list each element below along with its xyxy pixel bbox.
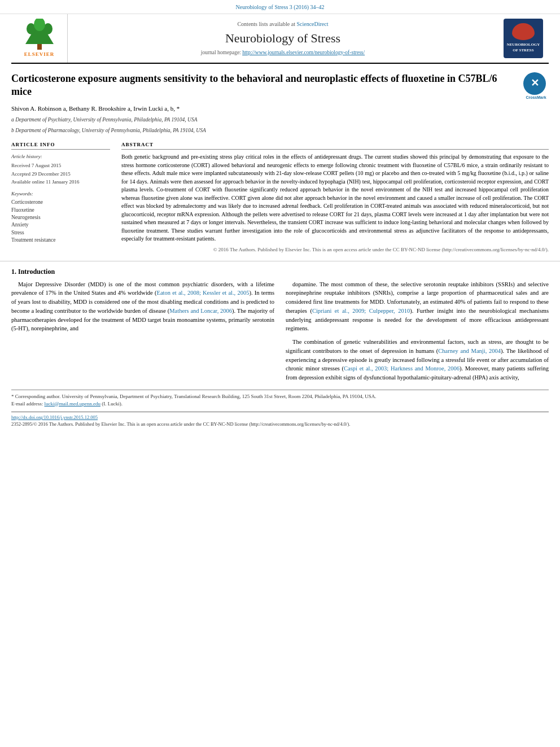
- journal-title-header: Neurobiology of Stress: [225, 30, 340, 47]
- keyword-1: Corticosterone: [11, 199, 110, 206]
- journal-logo-text: NEUROBIOLOGY OF STRESS: [506, 42, 541, 54]
- email-link[interactable]: lucki@mail.med.upenn.edu: [44, 401, 100, 407]
- authors-line: Shivon A. Robinson a, Bethany R. Brooksh…: [11, 104, 549, 113]
- footnote-section: * Corresponding author. University of Pe…: [11, 390, 549, 407]
- keyword-6: Treatment resistance: [11, 237, 110, 244]
- article-title: Corticosterone exposure augments sensiti…: [11, 72, 549, 99]
- history-label: Article history:: [11, 153, 110, 160]
- intro-heading: 1. Introduction: [11, 267, 549, 277]
- keyword-3: Neurogenesis: [11, 214, 110, 221]
- abstract-text: Both genetic background and pre-existing…: [121, 153, 549, 254]
- page-footer: http://dx.doi.org/10.1016/j.ynstr.2015.1…: [11, 412, 549, 428]
- article-info-label: ARTICLE INFO: [11, 141, 110, 150]
- contents-line: Contents lists available at ScienceDirec…: [237, 20, 328, 28]
- main-body: 1. Introduction Major Depressive Disorde…: [11, 267, 549, 387]
- elsevier-logo: ELSEVIER: [11, 14, 68, 63]
- ref-cipriani[interactable]: Cipriani et al., 2009; Culpepper, 2010: [312, 308, 410, 314]
- journal-homepage: journal homepage: http://www.journals.el…: [201, 49, 365, 56]
- body-left-para1: Major Depressive Disorder (MDD) is one o…: [11, 280, 274, 334]
- ref-charney[interactable]: Charney and Manji, 2004: [438, 348, 501, 354]
- affiliation-a: a Department of Psychiatry, University o…: [11, 116, 549, 124]
- body-two-col: Major Depressive Disorder (MDD) is one o…: [11, 280, 549, 387]
- citation-text: Neurobiology of Stress 3 (2016) 34–42: [236, 4, 325, 10]
- right-col-abstract: ABSTRACT Both genetic background and pre…: [121, 141, 549, 256]
- keyword-4: Anxiety: [11, 221, 110, 229]
- keyword-2: Fluoxetine: [11, 207, 110, 214]
- crossmark-badge: ✕ CrossMark: [523, 72, 549, 98]
- body-right-col: dopamine. The most common of these, the …: [286, 280, 549, 387]
- page-wrapper: Neurobiology of Stress 3 (2016) 34–42 EL…: [0, 0, 560, 428]
- abstract-label: ABSTRACT: [121, 141, 549, 150]
- sciencedirect-link[interactable]: ScienceDirect: [296, 21, 328, 27]
- article-section: Corticosterone exposure augments sensiti…: [11, 64, 549, 141]
- affiliation-b: b Department of Pharmacology, University…: [11, 127, 549, 134]
- doi-link[interactable]: http://dx.doi.org/10.1016/j.ynstr.2015.1…: [11, 414, 98, 420]
- brain-icon: [512, 23, 535, 40]
- body-right-para1: dopamine. The most common of these, the …: [286, 280, 549, 334]
- ref-eaton[interactable]: Eaton et al., 2008; Kessler et al., 2005: [156, 290, 249, 296]
- journal-logo-box: NEUROBIOLOGY OF STRESS: [504, 19, 543, 58]
- body-right-para2: The combination of genetic vulnerabiliti…: [286, 338, 549, 382]
- article-info-abstract: ARTICLE INFO Article history: Received 7…: [11, 141, 549, 256]
- available-date: Available online 11 January 2016: [11, 178, 110, 186]
- journal-center: Contents lists available at ScienceDirec…: [68, 14, 498, 63]
- journal-logo-right: NEUROBIOLOGY OF STRESS: [498, 14, 549, 63]
- body-left-col: Major Depressive Disorder (MDD) is one o…: [11, 280, 274, 387]
- section-divider: [0, 261, 560, 261]
- elsevier-brand-text: ELSEVIER: [24, 51, 55, 58]
- homepage-link[interactable]: http://www.journals.elsevier.com/neurobi…: [242, 50, 365, 55]
- left-col-article-info: ARTICLE INFO Article history: Received 7…: [11, 141, 110, 256]
- elsevier-tree-icon: [23, 19, 56, 50]
- crossmark-icon: ✕: [523, 72, 546, 95]
- keyword-5: Stress: [11, 229, 110, 237]
- top-citation-bar: Neurobiology of Stress 3 (2016) 34–42: [0, 0, 560, 14]
- doi-line: http://dx.doi.org/10.1016/j.ynstr.2015.1…: [11, 414, 549, 421]
- email-footnote: E-mail address: lucki@mail.med.upenn.edu…: [11, 400, 549, 408]
- corresponding-footnote: * Corresponding author. University of Pe…: [11, 393, 549, 400]
- license-text: © 2016 The Authors. Published by Elsevie…: [121, 246, 549, 254]
- abstract-paragraph: Both genetic background and pre-existing…: [121, 153, 549, 243]
- issn-line: 2352-2895/© 2016 The Authors. Published …: [11, 421, 549, 428]
- accepted-date: Accepted 29 December 2015: [11, 171, 110, 178]
- received-date: Received 7 August 2015: [11, 162, 110, 169]
- journal-header: ELSEVIER Contents lists available at Sci…: [11, 14, 549, 64]
- ref-caspi[interactable]: Caspi et al., 2003; Harkness and Monroe,…: [344, 365, 460, 372]
- keywords-section: Keywords: Corticosterone Fluoxetine Neur…: [11, 190, 110, 244]
- keywords-label: Keywords:: [11, 190, 110, 198]
- ref-mathers[interactable]: Mathers and Loncar, 2006: [169, 308, 232, 314]
